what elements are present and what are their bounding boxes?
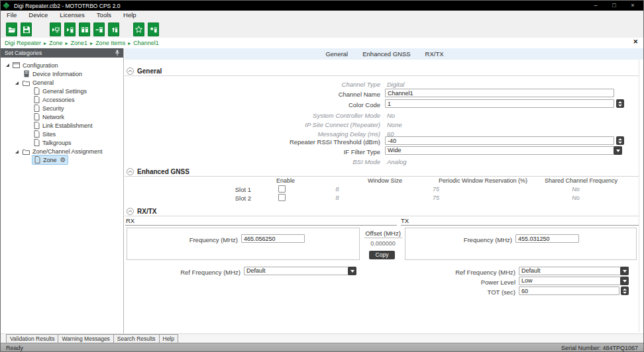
- open-file-button[interactable]: [6, 22, 17, 36]
- app-icon: [3, 2, 9, 9]
- spin-down-icon[interactable]: [618, 105, 622, 107]
- dropdown-arrow-icon[interactable]: [620, 277, 629, 285]
- slot2-periodic-reservation: 75: [433, 195, 439, 201]
- breadcrumb-item-device[interactable]: Digi Repeater: [5, 40, 41, 46]
- section-link-enhanced-gnss[interactable]: Enhanced GNSS: [362, 50, 410, 58]
- tab-search-results[interactable]: Search Results: [113, 334, 160, 343]
- expander-icon[interactable]: [14, 80, 19, 85]
- pin-icon[interactable]: [114, 50, 121, 56]
- favorites-device-button[interactable]: [148, 22, 159, 36]
- folder-icon: [23, 148, 30, 155]
- rx-frequency-input[interactable]: [241, 234, 305, 243]
- collapse-section-icon[interactable]: [127, 67, 134, 75]
- channel-type-value: Digital: [387, 80, 404, 89]
- rx-divider: [125, 225, 397, 226]
- tree-item-link-establishment[interactable]: Link Establishment: [34, 121, 93, 130]
- tab-help[interactable]: Help: [159, 334, 178, 343]
- expander-icon[interactable]: [14, 149, 19, 154]
- page-icon: [34, 139, 40, 146]
- collapse-section-icon[interactable]: [127, 208, 134, 215]
- update-device-button[interactable]: [108, 22, 119, 36]
- tot-label: TOT (sec): [383, 288, 515, 296]
- tree-item-security[interactable]: Security: [34, 104, 64, 112]
- slot1-label: Slot 1: [185, 185, 251, 194]
- menu-item-licenses[interactable]: Licenses: [54, 11, 91, 19]
- title-bar: Digi Repeater.ctb2 - MOTOTRBO CPS 2.0 – …: [1, 1, 643, 11]
- read-device-button[interactable]: [50, 22, 61, 36]
- expander-icon[interactable]: [5, 62, 10, 67]
- save-icon: [23, 26, 30, 34]
- menu-item-help[interactable]: Help: [117, 11, 142, 19]
- if-filter-type-select[interactable]: Wide: [385, 146, 622, 155]
- tree-item-device-information[interactable]: Device Information: [23, 69, 82, 78]
- write-device-button[interactable]: [64, 22, 76, 36]
- page-icon: [34, 87, 40, 95]
- rx-ref-frequency-select[interactable]: Default: [244, 267, 356, 275]
- color-code-input[interactable]: [385, 99, 614, 108]
- save-file-button[interactable]: [21, 22, 32, 36]
- dropdown-arrow-icon[interactable]: [620, 267, 629, 275]
- tree-item-general[interactable]: General: [23, 78, 54, 87]
- slot2-enable-checkbox[interactable]: [278, 194, 286, 201]
- menu-item-file[interactable]: File: [1, 11, 23, 19]
- spin-down-icon[interactable]: [618, 142, 622, 144]
- system-controller-mode-label: System Controller Mode: [248, 111, 380, 120]
- spin-up-icon[interactable]: [623, 288, 627, 290]
- minimize-button[interactable]: –: [586, 1, 605, 11]
- section-link-rxtx[interactable]: RX/TX: [425, 50, 444, 58]
- tot-spinner[interactable]: [621, 286, 629, 295]
- page-icon: [34, 105, 40, 112]
- breadcrumb-item-zone1[interactable]: Zone1: [71, 40, 88, 46]
- tab-validation-results[interactable]: Validation Results: [6, 334, 58, 343]
- tree-item-network[interactable]: Network: [34, 112, 64, 121]
- section-link-general[interactable]: General: [325, 50, 348, 58]
- tab-warning-messages[interactable]: Warning Messages: [58, 334, 113, 343]
- sidebar: Set Categories Configuration Device Info…: [1, 48, 124, 333]
- tx-ref-frequency-label: Ref Frequency (MHz): [383, 268, 515, 277]
- spin-down-icon[interactable]: [623, 292, 627, 294]
- clone-device-button[interactable]: [79, 22, 90, 36]
- tx-ref-frequency-select[interactable]: Default: [519, 267, 629, 275]
- breadcrumb-item-channel1[interactable]: Channel1: [133, 40, 159, 46]
- maximize-button[interactable]: □: [605, 1, 623, 11]
- breadcrumb-item-zone[interactable]: Zone: [49, 40, 63, 46]
- tree-item-general-settings[interactable]: General Settings: [34, 87, 87, 95]
- channel-name-input[interactable]: [385, 89, 614, 97]
- column-header-periodic-window-reservation: Periodic Window Reservation (%): [439, 177, 527, 184]
- repeater-rssi-threshold-input[interactable]: [385, 136, 614, 145]
- folder-icon: [23, 79, 30, 86]
- tree-item-configuration[interactable]: Configuration: [13, 61, 58, 69]
- close-button[interactable]: ×: [623, 1, 642, 11]
- dropdown-arrow-icon[interactable]: [614, 146, 622, 155]
- spin-up-icon[interactable]: [618, 101, 622, 103]
- favorites-button[interactable]: [133, 22, 144, 36]
- menu-bar: File Device Licenses Tools Help: [1, 11, 643, 19]
- window-title: Digi Repeater.ctb2 - MOTOTRBO CPS 2.0: [14, 3, 120, 9]
- read-device-icon: [52, 26, 60, 34]
- rssi-threshold-spinner[interactable]: [616, 136, 624, 145]
- bsi-mode-value: Analog: [387, 157, 407, 166]
- menu-item-tools[interactable]: Tools: [91, 11, 117, 19]
- color-code-spinner[interactable]: [616, 99, 624, 108]
- tot-input[interactable]: [519, 286, 619, 295]
- tx-frequency-input[interactable]: [515, 234, 579, 243]
- spin-up-icon[interactable]: [618, 138, 622, 140]
- gear-icon[interactable]: ⚙: [60, 156, 66, 163]
- tree-item-zone[interactable]: Zone ⚙: [32, 155, 68, 165]
- page-icon: [34, 122, 40, 129]
- tree-item-talkgroups[interactable]: Talkgroups: [34, 138, 72, 147]
- collapse-section-icon[interactable]: [127, 168, 134, 175]
- menu-item-device[interactable]: Device: [23, 11, 54, 19]
- slot1-enable-checkbox[interactable]: [278, 185, 286, 193]
- power-level-select[interactable]: Low: [519, 277, 629, 285]
- breadcrumb-item-zone-items[interactable]: Zone Items: [95, 40, 125, 46]
- bsi-mode-label: BSI Mode: [248, 157, 380, 166]
- dropdown-arrow-icon[interactable]: [348, 267, 356, 275]
- ip-site-connect-label: IP Site Connect (Repeater): [248, 120, 380, 129]
- tree-item-sites[interactable]: Sites: [34, 130, 56, 138]
- slot1-window-size: 8: [335, 186, 339, 193]
- tree-item-accessories[interactable]: Accessories: [34, 95, 75, 104]
- copy-button[interactable]: Copy: [369, 251, 395, 259]
- connect-device-button[interactable]: [93, 22, 105, 36]
- close-view-icon[interactable]: ✕: [633, 38, 638, 45]
